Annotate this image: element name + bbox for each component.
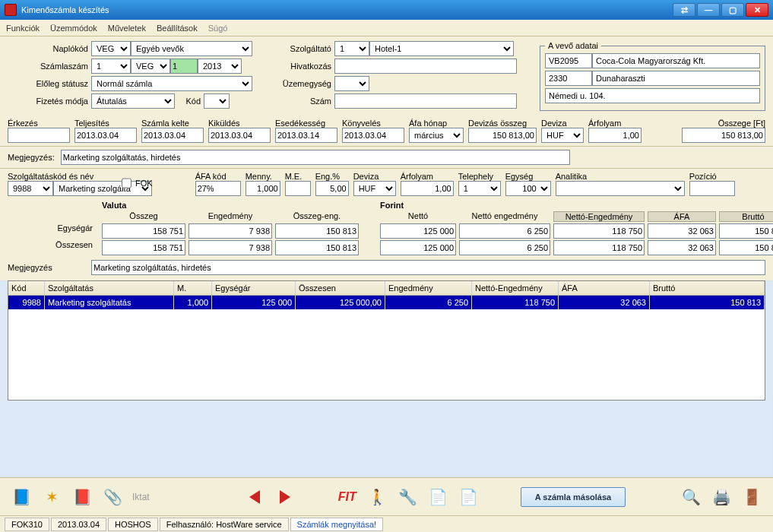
print-icon[interactable]: 🖨️ (711, 486, 732, 508)
naplokod-select[interactable]: VEG (91, 41, 131, 56)
erkezes-lbl: Érkezés (8, 119, 70, 128)
fit-icon[interactable]: FIT (337, 486, 358, 508)
items-table[interactable]: Kód Szolgáltatás M. Egységár Összesen En… (8, 280, 765, 401)
r2c8[interactable] (719, 240, 773, 255)
maximize-button[interactable]: ▢ (721, 3, 744, 17)
egys-select[interactable]: 100 (505, 181, 551, 196)
table-row[interactable]: 9988 Marketing szolgáltatás 1,000 125 00… (8, 296, 765, 309)
r2c6[interactable] (553, 240, 645, 255)
dev-select[interactable]: HUF (353, 181, 396, 196)
fizmod-select[interactable]: Átutalás (91, 93, 175, 109)
kikuld-input[interactable] (208, 128, 271, 143)
szamlaszam-c[interactable] (170, 59, 198, 74)
doc1-icon[interactable]: 📄 (428, 486, 449, 508)
vevo-kod[interactable]: VB2095 (545, 53, 592, 68)
r2c5[interactable] (459, 240, 550, 255)
menu-muveletek[interactable]: Műveletek (108, 24, 146, 33)
svckod-select[interactable]: 9988 (8, 181, 53, 196)
svc-megj-input[interactable] (91, 260, 765, 275)
me-input[interactable] (285, 181, 311, 196)
iktat-label[interactable]: Iktat (132, 492, 150, 502)
naplokod-nev-select[interactable]: Egyéb vevők (131, 41, 252, 56)
wrench-icon[interactable]: 🔧 (398, 486, 419, 508)
anal-select[interactable] (556, 181, 685, 196)
menu-uzemmodok[interactable]: Üzemmódok (50, 24, 97, 33)
r2c7[interactable] (648, 240, 716, 255)
kod-select[interactable] (204, 93, 230, 109)
next-icon[interactable] (274, 486, 296, 508)
eng-input[interactable] (315, 181, 349, 196)
copy-invoice-button[interactable]: A számla másolása (521, 487, 626, 507)
vevo-cim[interactable]: Némedi u. 104. (545, 88, 760, 103)
r1c6[interactable] (553, 223, 645, 239)
vevo-irsz[interactable]: 2330 (545, 71, 592, 86)
devosz-input[interactable] (468, 128, 537, 143)
exit-icon[interactable]: 🚪 (741, 486, 762, 508)
poz-input[interactable] (689, 181, 735, 196)
r1c1[interactable] (102, 223, 185, 239)
th-egysegar[interactable]: Egységár (212, 281, 296, 295)
th-afa[interactable]: ÁFA (559, 281, 650, 295)
osszege-input[interactable] (682, 128, 765, 143)
r1c5[interactable] (459, 223, 550, 239)
person-icon[interactable]: 🚶 (367, 486, 388, 508)
esed-input[interactable] (275, 128, 337, 143)
afakod-input[interactable] (195, 181, 241, 196)
kelt-input[interactable] (141, 128, 204, 143)
eloleg-select[interactable]: Normál számla (91, 76, 252, 91)
hivatkozas-label: Hivatkozás (274, 62, 334, 71)
szam-input[interactable] (334, 93, 517, 109)
th-szolg[interactable]: Szolgáltatás (45, 281, 174, 295)
paperclip-icon[interactable]: 📎 (102, 486, 123, 508)
telj-input[interactable] (74, 128, 137, 143)
status-link[interactable]: Számlák megnyitása! (290, 518, 384, 531)
kelt-lbl: Számla kelte (141, 119, 204, 128)
tool-3-icon[interactable]: 📕 (71, 486, 93, 508)
r2c2[interactable] (188, 240, 272, 255)
menu-funkciok[interactable]: Funkciók (6, 24, 40, 33)
swap-button[interactable]: ⇄ (673, 3, 695, 17)
r1c3[interactable] (275, 223, 359, 239)
r1c7[interactable] (648, 223, 716, 239)
arf-input[interactable] (401, 181, 454, 196)
fok-checkbox[interactable] (122, 176, 131, 191)
r2c1[interactable] (102, 240, 185, 255)
menu-sugo[interactable]: Súgó (208, 24, 228, 33)
megjegyzes-input[interactable] (61, 150, 570, 165)
vevo-nev[interactable]: Coca-Cola Magyarország Kft. (592, 53, 760, 68)
arfolyam-input[interactable] (588, 128, 642, 143)
r2c3[interactable] (275, 240, 359, 255)
th-engedmeny[interactable]: Engedmény (385, 281, 472, 295)
r1c2[interactable] (188, 223, 272, 239)
szolgaltato-b[interactable]: Hotel-1 (369, 41, 514, 56)
th-kod[interactable]: Kód (8, 281, 45, 295)
menu-beallitasok[interactable]: Beállítások (157, 24, 198, 33)
r1c4[interactable] (380, 223, 456, 239)
doc2-icon[interactable]: 📄 (458, 486, 480, 508)
szamlaszam-a[interactable]: 1 (91, 59, 131, 74)
hivatkozas-input[interactable] (334, 59, 517, 74)
r2c4[interactable] (380, 240, 456, 255)
tool-1-icon[interactable]: 📘 (11, 486, 32, 508)
uzemegyseg-select[interactable] (334, 76, 369, 91)
th-osszesen[interactable]: Összesen (296, 281, 385, 295)
erkezes-input[interactable] (8, 128, 70, 143)
star-icon[interactable]: ✶ (41, 486, 62, 508)
afahon-select[interactable]: március (409, 128, 464, 143)
tel-select[interactable]: 1 (458, 181, 501, 196)
minimize-button[interactable]: — (697, 3, 720, 17)
th-nettoeng[interactable]: Nettó-Engedmény (472, 281, 559, 295)
szamlaszam-d[interactable]: 2013 (198, 59, 242, 74)
vevo-varos[interactable]: Dunaharaszti (592, 71, 760, 86)
search-icon[interactable]: 🔍 (680, 486, 702, 508)
prev-icon[interactable] (244, 486, 265, 508)
konyv-input[interactable] (342, 128, 404, 143)
th-brutto[interactable]: Bruttó (650, 281, 765, 295)
close-button[interactable]: ✕ (746, 3, 768, 17)
szolgaltato-a[interactable]: 1 (334, 41, 369, 56)
deviza-select[interactable]: HUF (541, 128, 584, 143)
th-m[interactable]: M. (174, 281, 212, 295)
menny-input[interactable] (246, 181, 280, 196)
szamlaszam-b[interactable]: VEG (131, 59, 170, 74)
r1c8[interactable] (719, 223, 773, 239)
